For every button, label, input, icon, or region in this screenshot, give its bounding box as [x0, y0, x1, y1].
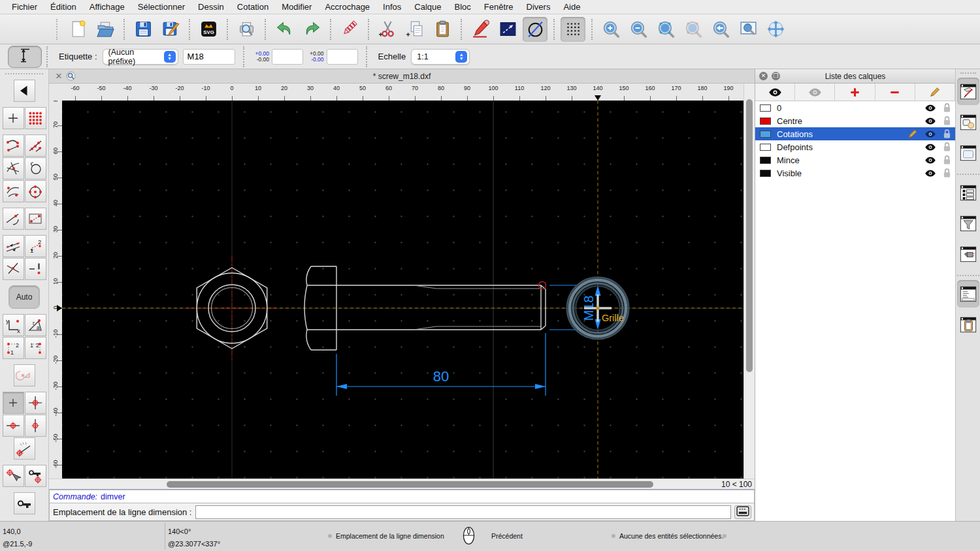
print-preview-button[interactable] — [234, 17, 259, 42]
restrict-horizontal-button[interactable] — [3, 415, 24, 437]
menu-accrochage[interactable]: Accrochage — [318, 0, 376, 14]
dock-selection-filter-button[interactable] — [957, 210, 979, 237]
coordinate-cartesian-button[interactable]: yx — [3, 314, 24, 336]
add-layer-button[interactable] — [835, 84, 875, 101]
new-file-button[interactable] — [65, 17, 90, 42]
layer-lock-icon[interactable] — [943, 129, 951, 139]
zoom-selection-button[interactable] — [681, 17, 706, 42]
remove-layer-button[interactable] — [875, 84, 915, 101]
eye-none-button[interactable] — [795, 84, 835, 101]
corner-right-button[interactable]: 12 — [25, 337, 46, 359]
layer-lock-icon[interactable] — [943, 116, 951, 126]
snap-on-entity-button[interactable] — [25, 134, 46, 157]
corner-left-button[interactable]: 12 — [3, 337, 24, 359]
menu-divers[interactable]: Divers — [520, 0, 557, 14]
layer-row-mince[interactable]: Mince — [755, 153, 955, 166]
layer-visibility-eye-icon[interactable] — [924, 118, 936, 125]
undo-button[interactable] — [272, 17, 297, 42]
coordinate-polar-button[interactable]: ra — [25, 314, 46, 336]
dock-layer-list-button[interactable] — [957, 78, 979, 105]
auto-button[interactable]: Auto — [8, 285, 40, 309]
save-button[interactable] — [131, 17, 155, 42]
scale-select[interactable]: 1:1 ▲▼ — [411, 49, 470, 65]
toolbar-drag-handle[interactable] — [56, 19, 60, 40]
snap-reference-button[interactable] — [25, 208, 46, 230]
dock-library-browser-button[interactable] — [957, 139, 979, 166]
zoom-window-button[interactable] — [736, 17, 760, 42]
dimension-label-input[interactable] — [183, 49, 235, 65]
snap-middle-button[interactable] — [25, 180, 46, 202]
edit-layer-button[interactable] — [915, 84, 955, 101]
snap-intersection-button[interactable] — [3, 157, 24, 180]
restrict-nothing-button[interactable] — [3, 392, 24, 414]
layer-color-swatch[interactable] — [760, 118, 771, 125]
layer-row-defpoints[interactable]: Defpoints — [755, 140, 955, 153]
snap-tangent-button[interactable] — [3, 208, 24, 230]
circle-line-tool-button[interactable] — [523, 17, 547, 42]
restrict-orthogonal-button[interactable] — [25, 392, 46, 414]
dock-block-list-button[interactable] — [957, 108, 979, 136]
snap-free-button[interactable] — [3, 107, 24, 129]
horizontal-scrollbar-thumb[interactable] — [167, 481, 653, 488]
layer-row-centre[interactable]: Centre — [755, 114, 955, 127]
layer-color-swatch[interactable] — [760, 131, 771, 138]
redo-button[interactable] — [299, 17, 324, 42]
layer-color-swatch[interactable] — [760, 170, 771, 177]
lock-relative-zero-button[interactable] — [25, 465, 46, 487]
layer-visibility-eye-icon[interactable] — [924, 157, 936, 164]
dock-clipboard-button[interactable] — [957, 311, 979, 338]
horizontal-scrollbar[interactable] — [49, 479, 709, 489]
layer-lock-icon[interactable] — [943, 155, 951, 165]
layer-visibility-eye-icon[interactable] — [924, 104, 936, 112]
layer-row-visible[interactable]: Visible — [755, 166, 955, 180]
layer-color-swatch[interactable] — [760, 157, 771, 164]
snap-grid-button[interactable] — [25, 107, 46, 129]
layer-visibility-eye-icon[interactable] — [924, 144, 936, 151]
dock-pen-palette-button[interactable] — [957, 240, 979, 268]
snap-intersection-manual-button[interactable] — [3, 258, 24, 280]
svg-export-button[interactable]: SVG — [196, 17, 221, 42]
menu-edition[interactable]: Édition — [44, 0, 83, 14]
back-button[interactable] — [14, 80, 35, 102]
exclusive-snap-button[interactable] — [14, 364, 35, 386]
vertical-scrollbar-thumb[interactable] — [746, 99, 753, 372]
cut-button[interactable] — [375, 17, 400, 42]
open-folder-button[interactable] — [93, 17, 118, 42]
zoom-previous-button[interactable] — [708, 17, 733, 42]
palette-drag-handle[interactable] — [5, 73, 43, 77]
layer-color-swatch[interactable] — [760, 144, 771, 151]
menu-dessin[interactable]: Dessin — [191, 0, 231, 14]
menu-selectionner[interactable]: Sélectionner — [131, 0, 191, 14]
tolerance-upper-input[interactable] — [272, 49, 303, 65]
copy-button[interactable] — [402, 17, 427, 42]
drawing-canvas[interactable]: 80 M18 Grille — [62, 101, 743, 479]
menu-affichage[interactable]: Affichage — [83, 0, 131, 14]
layer-color-swatch[interactable] — [760, 104, 771, 112]
layer-visibility-eye-icon[interactable] — [924, 170, 936, 177]
prefix-select[interactable]: (Aucun préfixe) ▲▼ — [103, 49, 178, 65]
restrict-direction-button[interactable] — [3, 235, 24, 257]
save-as-button[interactable] — [158, 17, 183, 42]
restrict-vertical-button[interactable] — [25, 415, 46, 437]
paste-button[interactable] — [430, 17, 455, 42]
dock-entity-list-button[interactable] — [957, 179, 979, 206]
keyboard-toggle-button[interactable] — [734, 505, 751, 519]
menu-cotation[interactable]: Cotation — [231, 0, 275, 14]
snap-middle-manual-button[interactable] — [25, 258, 46, 280]
zoom-auto-button[interactable] — [653, 17, 678, 42]
layer-edit-pencil-icon[interactable] — [907, 129, 918, 139]
layer-lock-icon[interactable] — [943, 102, 951, 113]
dock-drag-handle[interactable] — [960, 72, 976, 74]
command-input[interactable] — [195, 505, 731, 519]
layer-row-cotations[interactable]: Cotations — [755, 127, 955, 140]
zoom-out-button[interactable] — [626, 17, 651, 42]
menu-calque[interactable]: Calque — [408, 0, 448, 14]
eye-all-button[interactable] — [755, 84, 795, 101]
layer-lock-icon[interactable] — [943, 168, 951, 178]
tolerance-lower-input[interactable] — [327, 49, 358, 65]
vertical-scrollbar[interactable] — [743, 84, 755, 479]
snap-center-button[interactable] — [25, 157, 46, 180]
layer-lock-icon[interactable] — [943, 142, 951, 152]
point-order-button[interactable]: 21 — [25, 235, 46, 257]
menu-fenetre[interactable]: Fenêtre — [478, 0, 520, 14]
